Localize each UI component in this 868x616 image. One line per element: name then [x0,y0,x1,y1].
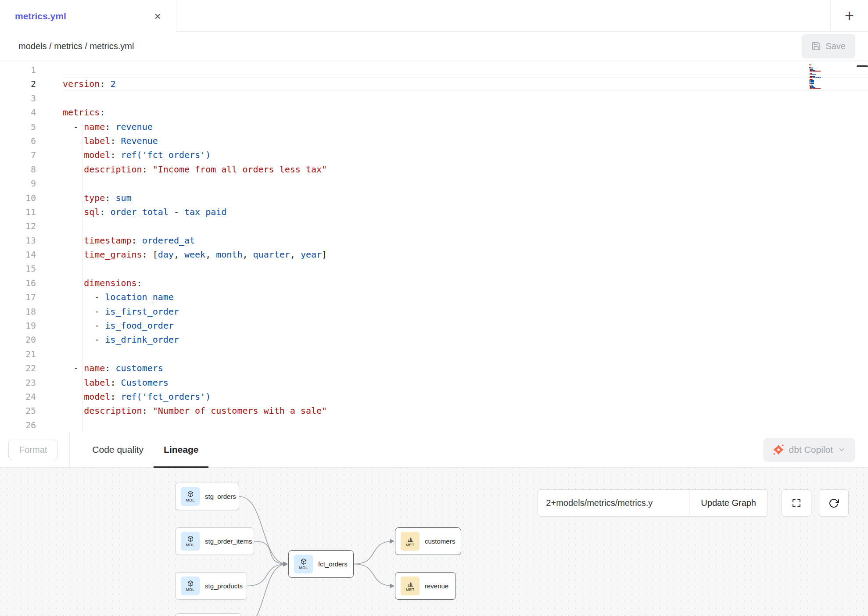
line-number: 7 [0,148,36,162]
code-line[interactable]: time_grains: [day, week, month, quarter,… [63,247,868,261]
lineage-node-revenue[interactable]: METrevenue [395,572,456,600]
tab-code-quality[interactable]: Code quality [82,432,154,467]
code-line[interactable]: - is_food_order [63,319,868,333]
new-tab-button[interactable]: + [830,0,868,31]
update-graph-button[interactable]: Update Graph [689,489,768,517]
code-line[interactable] [63,63,868,77]
line-number: 24 [0,390,36,404]
code-line[interactable]: label: Revenue [63,134,868,148]
tab-metrics-yml[interactable]: metrics.yml × [0,0,176,32]
indent-guide [82,390,82,404]
line-number: 1 [0,63,36,77]
format-button[interactable]: Format [8,440,58,460]
line-number: 15 [0,261,36,276]
plus-icon: + [845,8,854,24]
indent-guide [82,162,82,176]
code-line[interactable] [63,418,868,432]
code-line[interactable]: - name: customers [63,361,868,375]
indent-guide [82,148,82,162]
panel-toolbar: Format Code qualityLineage dbt Copilot [0,432,868,468]
code-line[interactable]: label: Customers [63,376,868,390]
tab-lineage[interactable]: Lineage [154,432,208,467]
line-number: 14 [0,247,36,261]
indent-guide [82,290,82,304]
copilot-label: dbt Copilot [789,444,833,455]
line-number: 8 [0,162,36,176]
indent-guide [82,176,82,190]
code-line[interactable]: - is_drink_order [63,333,868,347]
lineage-panel[interactable]: MDLstg_ordersMDLstg_order_itemsMDLstg_pr… [0,468,868,616]
node-type-label: MDL [186,587,195,592]
code-line[interactable] [63,261,868,276]
lineage-node-customers[interactable]: METcustomers [395,527,461,555]
indent-guide [82,120,82,134]
code-line[interactable]: model: ref('fct_orders') [63,148,868,162]
code-line[interactable]: description: "Income from all orders les… [63,162,868,176]
indent-guide [82,361,82,375]
indent-guide [82,319,82,333]
code-line[interactable]: - location_name [63,290,868,304]
model-icon: MDL [181,577,200,595]
minimap[interactable] [809,64,832,90]
refresh-button[interactable] [819,489,849,517]
node-label: fct_orders [318,560,348,568]
lineage-node-stg_order_items[interactable]: MDLstg_order_items [175,527,254,555]
fullscreen-button[interactable] [782,489,811,517]
code-editor[interactable]: 1234567891011121314151617181920212223242… [0,61,868,432]
lineage-node-stg_products[interactable]: MDLstg_products [175,572,247,600]
indent-guide [82,219,82,233]
code-lines: version: 2 metrics: - name: revenue labe… [47,61,868,432]
code-line[interactable]: sql: order_total - tax_paid [63,205,868,219]
line-number: 10 [0,191,36,205]
code-line[interactable] [63,91,868,105]
indent-guide [82,247,82,261]
node-type-label: MET [406,543,415,547]
line-number: 18 [0,304,36,319]
code-line[interactable]: description: "Number of customers with a… [63,404,868,418]
code-line[interactable] [63,176,868,190]
model-icon: MDL [181,487,200,506]
tab-title: metrics.yml [15,11,66,21]
selector-input[interactable] [538,489,689,517]
line-number: 12 [0,219,36,233]
save-label: Save [825,41,846,51]
line-number: 6 [0,134,36,148]
line-number: 20 [0,333,36,347]
scrollbar-indicator[interactable] [857,65,868,67]
line-number: 25 [0,404,36,418]
node-type-label: MET [406,587,415,592]
indent-guide [82,233,82,247]
dbt-logo-icon [773,444,784,455]
code-line[interactable]: - is_first_order [63,304,868,319]
graph-controls: Update Graph [538,489,849,517]
code-line[interactable]: type: sum [63,191,868,205]
code-line[interactable]: timestamp: ordered_at [63,233,868,247]
line-number: 5 [0,120,36,134]
line-number: 17 [0,290,36,304]
code-line[interactable]: dimensions: [63,276,868,290]
code-line[interactable]: version: 2 [63,77,868,91]
line-number: 9 [0,176,36,190]
save-button[interactable]: Save [802,34,855,58]
node-type-label: MDL [299,566,308,570]
dbt-copilot-button[interactable]: dbt Copilot [763,438,855,462]
indent-guide [82,191,82,205]
close-tab-icon[interactable]: × [154,11,161,22]
line-number: 3 [0,91,36,105]
indent-guide [82,418,82,432]
model-icon: MDL [294,555,313,573]
code-line[interactable]: model: ref('fct_orders') [63,390,868,404]
lineage-node-hidden_model[interactable]: MDL [175,613,241,616]
indent-guide [82,205,82,219]
node-label: stg_orders [205,493,236,500]
lineage-node-fct_orders[interactable]: MDLfct_orders [288,550,354,578]
code-line[interactable] [63,347,868,361]
indent-guide [82,404,82,418]
tab-bar: metrics.yml × + [0,0,868,32]
code-line[interactable]: - name: revenue [63,120,868,134]
node-type-label: MDL [186,543,195,547]
lineage-node-stg_orders[interactable]: MDLstg_orders [175,483,239,510]
line-number: 19 [0,319,36,333]
code-line[interactable] [63,219,868,233]
code-line[interactable]: metrics: [63,105,868,119]
